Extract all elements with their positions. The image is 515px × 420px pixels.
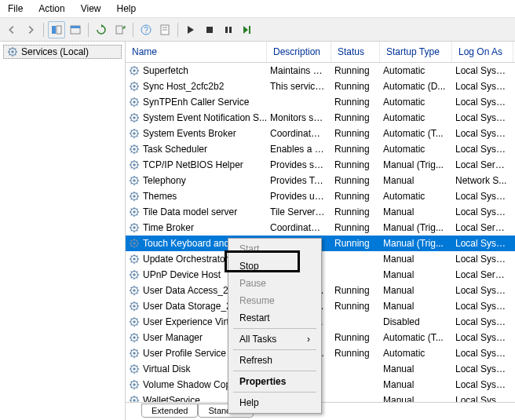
- service-status: Running: [331, 348, 380, 359]
- service-row[interactable]: Sync Host_2cfc2b2This service ...Running…: [126, 79, 515, 94]
- gear-icon: [129, 112, 140, 123]
- help-button[interactable]: ?: [137, 21, 155, 38]
- col-header-name[interactable]: Name: [126, 42, 267, 62]
- service-desc: Enables a us...: [267, 144, 331, 155]
- service-name: System Event Notification S...: [143, 112, 267, 123]
- ctx-refresh[interactable]: Refresh: [230, 352, 320, 369]
- service-logon: Local Syste...: [452, 191, 513, 202]
- svg-line-171: [137, 293, 137, 294]
- refresh-button[interactable]: [93, 21, 110, 38]
- menu-action[interactable]: Action: [31, 2, 72, 16]
- svg-line-112: [131, 199, 132, 199]
- service-startup: Automatic (T...: [380, 332, 452, 343]
- gear-icon: [129, 395, 140, 402]
- context-menu: Start Stop Pause Resume Restart All Task…: [228, 238, 322, 414]
- svg-line-113: [137, 193, 137, 194]
- ctx-all-tasks[interactable]: All Tasks: [230, 331, 320, 348]
- svg-point-95: [133, 179, 136, 182]
- restart-service-button[interactable]: [239, 21, 256, 38]
- svg-line-92: [131, 167, 132, 168]
- menu-view[interactable]: View: [73, 2, 109, 16]
- svg-point-45: [133, 100, 136, 104]
- svg-line-231: [137, 387, 137, 388]
- back-button[interactable]: [3, 21, 20, 38]
- service-row[interactable]: SuperfetchMaintains a...RunningAutomatic…: [126, 63, 515, 79]
- forward-button[interactable]: [22, 21, 39, 38]
- service-row[interactable]: Task SchedulerEnables a us...RunningAuto…: [126, 141, 515, 157]
- col-header-description[interactable]: Description: [267, 42, 331, 62]
- service-row[interactable]: System Events BrokerCoordinates...Runnin…: [126, 126, 515, 141]
- service-status: Running: [331, 332, 380, 343]
- service-row[interactable]: TelephonyProvides Tel...RunningManualNet…: [126, 173, 515, 188]
- gear-icon: [129, 97, 140, 108]
- start-service-button[interactable]: [182, 21, 199, 38]
- service-desc: Provides su...: [267, 159, 331, 170]
- svg-line-220: [131, 366, 132, 367]
- service-row[interactable]: ThemesProvides us...RunningAutomaticLoca…: [126, 188, 515, 204]
- ctx-help[interactable]: Help: [230, 394, 320, 411]
- service-startup: Manual (Trig...: [380, 159, 452, 170]
- svg-line-172: [131, 293, 132, 294]
- svg-line-230: [131, 382, 132, 382]
- service-row[interactable]: TCP/IP NetBIOS HelperProvides su...Runni…: [126, 157, 515, 173]
- service-desc: Coordinates...: [267, 222, 331, 233]
- ctx-stop[interactable]: Stop: [230, 257, 320, 275]
- menu-file[interactable]: File: [0, 2, 31, 16]
- menu-help[interactable]: Help: [109, 2, 144, 16]
- gear-icon: [129, 363, 140, 374]
- tree-label: Services (Local): [21, 46, 89, 57]
- tree-services-local[interactable]: Services (Local): [3, 45, 122, 59]
- svg-line-223: [137, 366, 137, 367]
- svg-line-90: [131, 162, 132, 163]
- gear-icon: [129, 316, 140, 327]
- svg-point-215: [133, 367, 136, 371]
- service-name: UPnP Device Host: [143, 269, 221, 280]
- ctx-restart[interactable]: Restart: [230, 309, 320, 327]
- svg-line-71: [137, 136, 137, 137]
- svg-line-60: [131, 115, 132, 115]
- svg-line-240: [131, 397, 132, 398]
- svg-line-102: [131, 183, 132, 184]
- service-status: Running: [331, 112, 380, 123]
- svg-line-200: [131, 334, 132, 335]
- stop-service-button[interactable]: [201, 21, 218, 38]
- service-status: Running: [331, 238, 380, 249]
- show-hide-pane-button[interactable]: [67, 21, 84, 38]
- service-desc: Maintains a...: [267, 65, 331, 76]
- service-row[interactable]: Tile Data model serverTile Server f...Ru…: [126, 204, 515, 220]
- tab-extended[interactable]: Extended: [141, 404, 198, 418]
- svg-line-91: [137, 167, 137, 168]
- service-row[interactable]: Time BrokerCoordinates...RunningManual (…: [126, 220, 515, 236]
- svg-line-181: [137, 309, 137, 309]
- show-hide-tree-button[interactable]: [48, 21, 65, 38]
- svg-line-53: [137, 99, 137, 100]
- service-logon: Local Service: [452, 159, 513, 170]
- col-header-status[interactable]: Status: [331, 42, 380, 62]
- service-logon: Local Syste...: [452, 379, 513, 390]
- service-desc: Tile Server f...: [267, 206, 331, 217]
- pause-service-button[interactable]: [220, 21, 237, 38]
- col-header-logon[interactable]: Log On As: [452, 42, 513, 62]
- service-row[interactable]: System Event Notification S...Monitors s…: [126, 110, 515, 126]
- service-startup: Manual: [380, 285, 452, 296]
- service-name: System Events Broker: [143, 128, 236, 139]
- service-name: User Manager: [143, 332, 203, 343]
- gear-icon: [129, 348, 140, 359]
- service-status: Running: [331, 144, 380, 155]
- svg-line-243: [137, 397, 137, 398]
- service-logon: Local Syste...: [452, 128, 513, 139]
- col-header-startup[interactable]: Startup Type: [380, 42, 452, 62]
- svg-line-163: [137, 272, 137, 272]
- svg-line-232: [131, 387, 132, 388]
- svg-line-192: [131, 324, 132, 325]
- svg-point-175: [133, 305, 136, 308]
- svg-rect-1: [57, 26, 61, 34]
- service-startup: Manual: [380, 395, 452, 402]
- export-button[interactable]: [111, 21, 129, 38]
- properties-button[interactable]: [156, 21, 173, 38]
- svg-line-160: [131, 272, 132, 272]
- svg-line-51: [137, 104, 137, 105]
- service-row[interactable]: SynTPEnh Caller ServiceRunningAutomaticL…: [126, 94, 515, 110]
- ctx-properties[interactable]: Properties: [230, 373, 320, 390]
- service-logon: Local Syste...: [452, 316, 513, 327]
